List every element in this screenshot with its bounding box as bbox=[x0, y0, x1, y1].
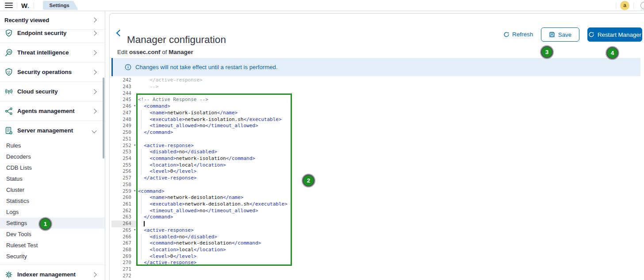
sidebar-item-statistics[interactable]: Statistics bbox=[0, 195, 105, 206]
topbar-divider bbox=[34, 2, 34, 9]
editor-line-254[interactable]: 254 <command>network-isolation</command> bbox=[111, 156, 644, 162]
menu-icon[interactable] bbox=[5, 3, 13, 8]
sidebar-item-label: Cloud security bbox=[17, 88, 58, 95]
sidebar-item-indexer-management[interactable]: Indexer management bbox=[0, 265, 105, 280]
sidebar-item-label: Agents management bbox=[17, 108, 75, 114]
annotation-badge-3: 3 bbox=[541, 46, 553, 58]
line-number: 265▾ bbox=[111, 227, 136, 234]
editor-line-257[interactable]: 257 </active-response> bbox=[111, 175, 644, 182]
editor-line-249[interactable]: 249 <timeout_allowed>no</timeout_allowed… bbox=[111, 123, 644, 129]
sidebar-item-decoders[interactable]: Decoders bbox=[0, 151, 105, 162]
chevron-right-icon bbox=[92, 272, 96, 277]
sidebar-item-security-operations[interactable]: Security operations bbox=[0, 62, 105, 82]
editor-line-242[interactable]: 242 </active-response> bbox=[111, 78, 644, 84]
sidebar-item-threat-intelligence[interactable]: Threat intelligence bbox=[0, 43, 105, 62]
chevron-down-icon bbox=[92, 128, 96, 133]
sidebar-item-server-management[interactable]: Server management bbox=[0, 121, 105, 140]
sidebar-item-endpoint-security[interactable]: Endpoint security bbox=[0, 30, 105, 43]
sidebar-item-dev-tools[interactable]: Dev Tools bbox=[0, 229, 105, 240]
editor-line-246[interactable]: 246▾ <command> bbox=[111, 103, 644, 110]
fold-arrow-icon[interactable]: ▾ bbox=[134, 188, 136, 194]
sidebar-item-cdb-lists[interactable]: CDB Lists bbox=[0, 162, 105, 173]
sidebar-item-label: Endpoint security bbox=[17, 30, 66, 36]
editor-line-258[interactable]: 258 bbox=[111, 182, 644, 188]
config-filename: ossec.conf bbox=[129, 49, 161, 55]
indexer-management-icon bbox=[4, 270, 13, 279]
save-button[interactable]: Save bbox=[541, 27, 579, 42]
restart-manager-label: Restart Manager bbox=[598, 31, 641, 38]
editor-line-266[interactable]: 266 <disabled>no</disabled> bbox=[111, 234, 644, 241]
code-text: <active-response> bbox=[136, 143, 194, 149]
line-number: 267 bbox=[111, 240, 136, 247]
editor-line-253[interactable]: 253 <disabled>no</disabled> bbox=[111, 149, 644, 156]
sidebar-item-cloud-security[interactable]: Cloud security bbox=[0, 82, 105, 101]
sidebar-sub-list: RulesDecodersCDB ListsStatusClusterStati… bbox=[0, 140, 105, 264]
editor-line-265[interactable]: 265▾ <active-response> bbox=[111, 227, 644, 234]
fold-arrow-icon[interactable]: ▾ bbox=[134, 227, 136, 233]
code-text: <timeout_allowed>no</timeout_allowed> bbox=[136, 208, 258, 214]
editor-line-247[interactable]: 247 <name>network-isolation</name> bbox=[111, 110, 644, 117]
editor-line-248[interactable]: 248 <executable>network-isolation.sh</ex… bbox=[111, 117, 644, 123]
indent-guide bbox=[141, 168, 142, 175]
config-code-editor[interactable]: 242 </active-response>243 -->244245<!-- … bbox=[111, 78, 644, 280]
sidebar-item-logs[interactable]: Logs bbox=[0, 206, 105, 218]
wazuh-dashboard: W. Settings a Recently viewed Endpoint s… bbox=[0, 0, 644, 280]
code-text: <level>0</level> bbox=[136, 168, 196, 175]
line-number: 244 bbox=[111, 90, 136, 97]
code-text: </command> bbox=[136, 129, 173, 136]
editor-line-262[interactable]: 262 <timeout_allowed>no</timeout_allowed… bbox=[111, 208, 644, 214]
code-text: <disabled>no</disabled> bbox=[136, 149, 217, 156]
editor-line-261[interactable]: 261 <executable>network-deisolation.sh</… bbox=[111, 201, 644, 208]
editor-line-256[interactable]: 256 <level>0</level> bbox=[111, 168, 644, 175]
page-title: Manager configuration bbox=[127, 34, 226, 46]
wazuh-logo[interactable]: W. bbox=[21, 2, 30, 9]
editor-line-270[interactable]: 270 </active-response> bbox=[111, 260, 644, 266]
line-number: 257 bbox=[111, 175, 136, 182]
help-icon[interactable] bbox=[640, 2, 644, 9]
sidebar-item-rules[interactable]: Rules bbox=[0, 140, 105, 151]
editor-line-243[interactable]: 243 --> bbox=[111, 84, 644, 90]
indent-guide bbox=[141, 123, 142, 129]
editor-line-250[interactable]: 250 </command> bbox=[111, 129, 644, 136]
editor-line-260[interactable]: 260 <name>network-deisolation</name> bbox=[111, 194, 644, 201]
refresh-button[interactable]: Refresh bbox=[503, 31, 533, 38]
editor-line-264[interactable]: 264 bbox=[111, 221, 644, 227]
sidebar-item-status[interactable]: Status bbox=[0, 173, 105, 184]
line-number: 262 bbox=[111, 208, 136, 214]
editor-line-251[interactable]: 251 bbox=[111, 136, 644, 143]
sidebar-item-settings[interactable]: Settings bbox=[0, 218, 105, 229]
editor-line-252[interactable]: 252▾ <active-response> bbox=[111, 143, 644, 149]
code-text: <executable>network-isolation.sh</execut… bbox=[136, 117, 282, 123]
code-text: </command> bbox=[136, 214, 173, 221]
editor-line-263[interactable]: 263 </command> bbox=[111, 214, 644, 221]
editor-line-269[interactable]: 269 <level>0</level> bbox=[111, 253, 644, 260]
code-text: <name>network-deisolation</name> bbox=[136, 194, 243, 201]
line-number: 272 bbox=[111, 273, 136, 280]
indent-guide bbox=[141, 194, 142, 201]
sidebar-item-cluster[interactable]: Cluster bbox=[0, 184, 105, 195]
editor-line-245[interactable]: 245<!-- Active Response --> bbox=[111, 97, 644, 103]
fold-arrow-icon[interactable]: ▾ bbox=[134, 142, 136, 149]
code-text bbox=[136, 90, 138, 97]
breadcrumb-tab-settings[interactable]: Settings bbox=[43, 1, 78, 10]
editor-line-259[interactable]: 259▾<command> bbox=[111, 188, 644, 195]
sidebar-item-agents-management[interactable]: Agents management bbox=[0, 101, 105, 121]
line-number: 263 bbox=[111, 214, 136, 221]
sidebar-item-ruleset-test[interactable]: Ruleset Test bbox=[0, 240, 105, 251]
editor-line-271[interactable]: 271 bbox=[111, 266, 644, 273]
editor-line-267[interactable]: 267 <command>network-deisolation</comman… bbox=[111, 240, 644, 247]
editor-line-255[interactable]: 255 <location>local</location> bbox=[111, 162, 644, 169]
code-text: <location>local</location> bbox=[136, 162, 226, 169]
restart-manager-button[interactable]: Restart Manager bbox=[587, 27, 642, 42]
user-avatar[interactable]: a bbox=[620, 1, 629, 10]
code-text: </active-response> bbox=[136, 175, 196, 182]
indent-guide bbox=[141, 110, 142, 117]
fold-arrow-icon[interactable]: ▾ bbox=[134, 103, 136, 109]
editor-line-268[interactable]: 268 <location>local</location> bbox=[111, 247, 644, 253]
sidebar-scrollbar[interactable] bbox=[103, 78, 104, 159]
sidebar-item-security[interactable]: Security bbox=[0, 251, 105, 262]
sidebar-recently-viewed[interactable]: Recently viewed bbox=[0, 11, 105, 29]
code-text bbox=[136, 136, 138, 143]
editor-line-272[interactable]: 272 bbox=[111, 273, 644, 280]
editor-line-244[interactable]: 244 bbox=[111, 90, 644, 97]
